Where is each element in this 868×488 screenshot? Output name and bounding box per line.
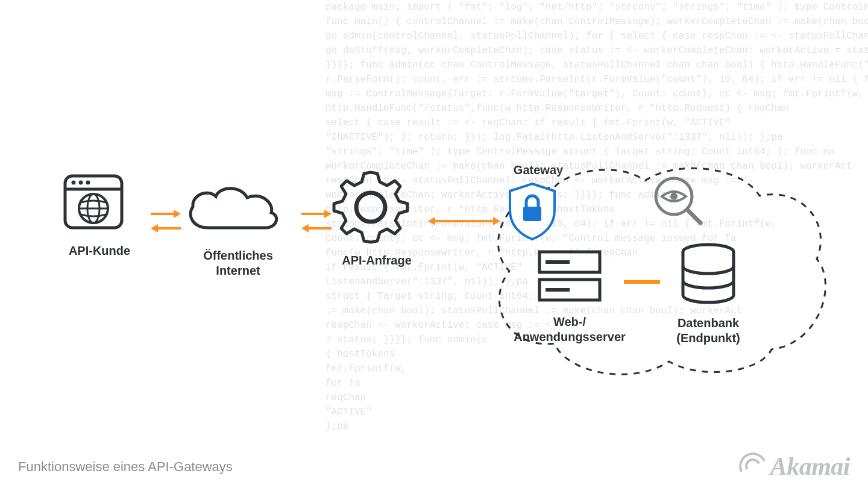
node-internet: Öffentliches Internet (181, 180, 295, 278)
svg-line-11 (687, 210, 700, 223)
shield-lock-icon (505, 181, 559, 242)
diagram-canvas: API-Kunde Öffentliches Internet API-Anfr… (60, 169, 832, 386)
arrow-left-icon (151, 224, 181, 233)
svg-point-8 (356, 193, 385, 222)
node-api-kunde: API-Kunde (60, 169, 139, 258)
node-database: Datenbank (Endpunkt) (657, 241, 760, 346)
svg-point-2 (72, 181, 76, 185)
arrow-right-icon (301, 210, 332, 218)
connector-server-db (624, 280, 660, 284)
database-icon (675, 241, 741, 307)
node-gateway: Gateway (505, 163, 571, 242)
label-internet: Öffentliches Internet (181, 248, 295, 278)
label-api-anfrage: API-Anfrage (332, 253, 422, 268)
label-api-kunde: API-Kunde (60, 243, 139, 258)
node-web-app-server: Web-/ Anwendungsserver (512, 246, 627, 345)
arrow-right-icon (151, 210, 181, 218)
figure-caption: Funktionsweise eines API-Gateways (18, 459, 233, 475)
node-monitor (651, 174, 711, 228)
akamai-logo: Akamai (739, 452, 850, 481)
cloud-icon (181, 180, 283, 240)
label-gateway: Gateway (505, 163, 571, 178)
browser-globe-icon (60, 169, 127, 235)
magnifier-eye-icon (651, 174, 705, 228)
arrow-left-icon (301, 224, 332, 233)
svg-rect-16 (546, 288, 570, 292)
akamai-wave-icon (735, 449, 770, 484)
node-api-anfrage: API-Anfrage (332, 166, 422, 268)
server-icon (533, 246, 606, 306)
arrows-internet-anfrage (301, 210, 332, 233)
svg-point-12 (670, 193, 678, 200)
gear-icon (332, 166, 410, 245)
label-web-app: Web-/ Anwendungsserver (512, 314, 627, 345)
arrows-kunde-internet (151, 210, 181, 233)
svg-rect-14 (546, 260, 570, 264)
label-database: Datenbank (Endpunkt) (657, 316, 760, 346)
svg-rect-9 (523, 207, 541, 221)
svg-point-4 (86, 181, 90, 185)
svg-point-3 (79, 181, 83, 185)
akamai-logo-text: Akamai (770, 452, 850, 481)
